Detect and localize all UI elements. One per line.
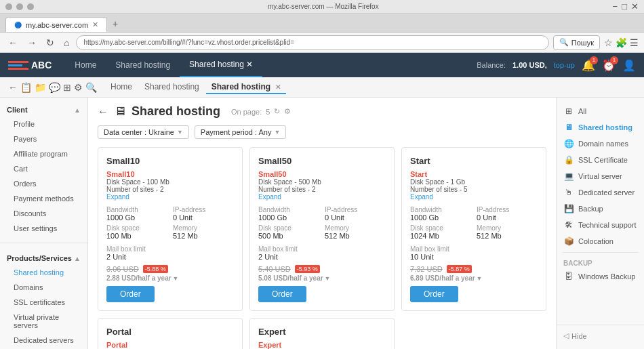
user-button[interactable]: 👤 — [622, 59, 636, 72]
nav-shared-hosting[interactable]: Shared hosting — [106, 53, 180, 77]
bc-home[interactable]: Home — [105, 81, 138, 94]
sidebar-item-affiliate[interactable]: Affiliate program — [0, 146, 87, 161]
product-highlight-small10: Small10 — [106, 170, 234, 178]
refresh-icon[interactable]: ↻ — [274, 107, 280, 116]
sr-colocation-label: Colocation — [578, 237, 613, 245]
search-bar[interactable]: 🔍 Пошук — [553, 35, 600, 50]
nav-shared-hosting-active[interactable]: Shared hosting ✕ — [180, 53, 262, 77]
sr-item-windows-backup[interactable]: 🗄 Windows Backup — [557, 268, 644, 285]
logo-line-blue — [8, 64, 22, 66]
home-button[interactable]: ⌂ — [61, 36, 72, 49]
expand-small50[interactable]: Expand — [258, 193, 386, 201]
sec-nav-search[interactable]: 🔍 — [85, 82, 97, 93]
product-card-small50: Small50 Small50 Disk Space - 500 Mb Numb… — [249, 147, 395, 311]
mail-label-s10: Mail box limit — [106, 245, 234, 253]
pricing-row-s50: 5.40 USD -5.93 % — [258, 265, 386, 273]
product-highlight-portal: Portal — [106, 341, 234, 349]
browser-chrome: my.abc-server.com — Mozilla Firefox −□✕ … — [0, 0, 644, 53]
sidebar-item-ssl[interactable]: SSL certificates — [0, 295, 87, 310]
sidebar-item-vps[interactable]: Virtual private servers — [0, 310, 87, 333]
sec-nav-back[interactable]: ← — [8, 82, 18, 93]
bc-shared-hosting-active[interactable]: Shared hosting ✕ — [206, 81, 287, 94]
cart-label: Cart — [14, 165, 28, 173]
technical-icon: 🛠 — [563, 220, 574, 230]
bw-label-s10: Bandwidth — [106, 206, 167, 213]
logo-icon — [8, 58, 28, 72]
sr-item-ssl[interactable]: 🔒 SSL Certificate — [557, 152, 644, 168]
alerts-button[interactable]: ⏰1 — [602, 59, 616, 72]
tab-close-button[interactable]: ✕ — [92, 20, 98, 29]
forward-button[interactable]: → — [24, 36, 39, 49]
bw-label-st: Bandwidth — [410, 206, 471, 213]
disk-label-st: Disk space — [410, 224, 471, 232]
order-button-st[interactable]: Order — [410, 286, 458, 302]
product-spec-sites-small50: Number of sites - 2 — [258, 186, 386, 193]
logo-line-red — [8, 61, 28, 63]
menu-icon[interactable]: ☰ — [630, 37, 639, 48]
sr-sub-section: Backup — [557, 255, 644, 268]
sidebar-item-cart[interactable]: Cart — [0, 161, 87, 176]
hide-label: Hide — [571, 332, 587, 340]
hide-button[interactable]: ◁ Hide — [557, 328, 644, 344]
secondary-navigation: ← 📋 📁 💬 ⊞ ⚙ 🔍 Home Shared hosting Shared… — [0, 77, 644, 98]
price-arrow-st[interactable]: ▼ — [477, 275, 483, 282]
sr-item-domains[interactable]: 🌐 Domain names — [557, 136, 644, 152]
bc-shared-hosting[interactable]: Shared hosting — [139, 81, 205, 94]
page-back-button[interactable]: ← — [98, 106, 108, 118]
price-old-s10: 3.06 USD — [106, 265, 139, 273]
pricing-row-st: 7.32 USD -5.87 % — [410, 265, 538, 273]
payment-filter[interactable]: Payment period : Any ▼ — [195, 125, 286, 139]
bookmark-icon[interactable]: ☆ — [604, 37, 613, 48]
products-toggle[interactable]: ▲ — [74, 255, 81, 262]
settings-icon[interactable]: ⚙ — [284, 107, 291, 116]
sidebar-item-profile[interactable]: Profile — [0, 117, 87, 131]
sec-nav-icon-5[interactable]: ⚙ — [74, 82, 83, 93]
price-arrow-s10[interactable]: ▼ — [173, 275, 179, 282]
specs-grid-small10: Bandwidth 1000 Gb IP-address 0 Unit Disk… — [106, 206, 234, 240]
client-toggle[interactable]: ▲ — [74, 106, 81, 114]
sr-item-backup[interactable]: 💾 Backup — [557, 201, 644, 217]
sidebar-item-orders[interactable]: Orders — [0, 176, 87, 191]
sidebar-item-user-settings[interactable]: User settings — [0, 221, 87, 236]
price-arrow-s50[interactable]: ▼ — [325, 275, 331, 282]
expand-small10[interactable]: Expand — [106, 193, 234, 201]
back-button[interactable]: ← — [5, 36, 20, 49]
sec-nav-icon-3[interactable]: 💬 — [49, 82, 60, 93]
sidebar-item-domains[interactable]: Domains — [0, 280, 87, 295]
sec-nav-icon-2[interactable]: 📁 — [35, 82, 46, 93]
all-label: All — [578, 107, 586, 115]
products-label: Products/Services — [7, 254, 72, 262]
datacenter-filter[interactable]: Data center : Ukraine ▼ — [98, 125, 189, 139]
sidebar-item-discounts[interactable]: Discounts — [0, 206, 87, 221]
sidebar-item-payers[interactable]: Payers — [0, 131, 87, 146]
mail-value-s50: 2 Unit — [258, 253, 386, 261]
affiliate-label: Affiliate program — [14, 150, 68, 158]
reload-button[interactable]: ↻ — [43, 36, 57, 49]
sec-nav-icon-4[interactable]: ⊞ — [63, 82, 71, 93]
sr-item-dedicated[interactable]: 🖱 Dedicated server — [557, 184, 644, 201]
browser-tab[interactable]: 🔵 my.abc-server.com ✕ — [5, 17, 107, 32]
notifications-button[interactable]: 🔔1 — [582, 59, 595, 72]
bc-close-icon[interactable]: ✕ — [275, 83, 281, 91]
sidebar-item-payment-methods[interactable]: Payment methods — [0, 191, 87, 206]
order-button-s50[interactable]: Order — [258, 286, 306, 302]
order-button-s10[interactable]: Order — [106, 286, 155, 302]
specs-grid-small50: Bandwidth 1000 Gb IP-address 0 Unit Disk… — [258, 206, 386, 240]
sr-item-technical[interactable]: 🛠 Technical support — [557, 217, 644, 233]
mem-label-s10: Memory — [173, 224, 234, 232]
product-name-portal: Portal — [106, 327, 234, 337]
top-up-link[interactable]: top-up — [554, 61, 575, 69]
sr-item-vserver[interactable]: 💻 Virtual server — [557, 168, 644, 184]
sr-item-colocation[interactable]: 📦 Colocation — [557, 233, 644, 249]
sr-item-all[interactable]: ⊞ All — [557, 103, 644, 119]
sr-item-shared-hosting[interactable]: 🖥 Shared hosting — [557, 119, 644, 136]
sec-nav-icon-1[interactable]: 📋 — [20, 82, 32, 93]
price-old-st: 7.32 USD — [410, 265, 443, 273]
sidebar-item-shared-hosting[interactable]: Shared hosting — [0, 265, 87, 280]
expand-start[interactable]: Expand — [410, 193, 538, 201]
extensions-icon[interactable]: 🧩 — [616, 37, 627, 48]
url-bar[interactable]: https://my.abc-server.com/billing/#/?fun… — [76, 35, 548, 50]
sidebar-item-dedicated[interactable]: Dedicated servers — [0, 333, 87, 348]
add-tab-button[interactable]: + — [107, 16, 123, 32]
nav-home[interactable]: Home — [65, 53, 106, 77]
